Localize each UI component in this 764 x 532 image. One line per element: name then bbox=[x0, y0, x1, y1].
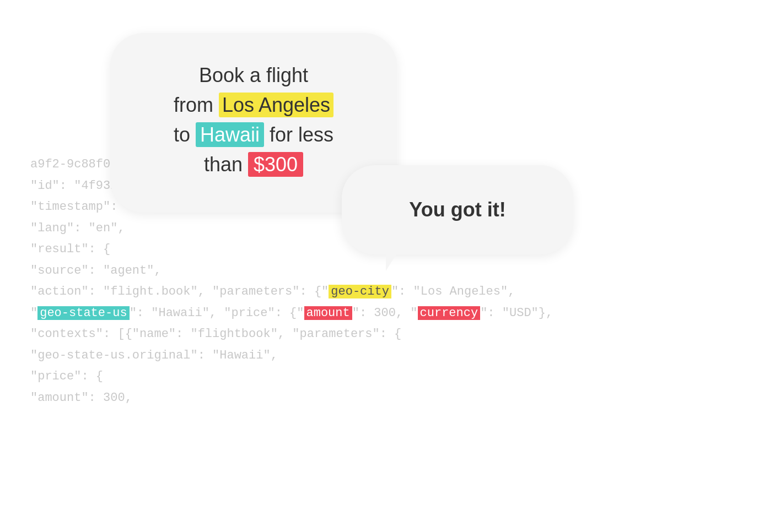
for-less-text: for less bbox=[264, 123, 333, 146]
code-line-8: "geo-state-us": "Hawaii", "price": {"amo… bbox=[30, 303, 764, 324]
code-line-10: "geo-state-us.original": "Hawaii", bbox=[30, 345, 764, 367]
agent-speech-bubble: You got it! bbox=[342, 165, 573, 254]
code-line-12: "amount": 300, bbox=[30, 388, 764, 409]
hawaii-highlight: Hawaii bbox=[196, 122, 264, 147]
code-line-7: "action": "flight.book", "parameters": {… bbox=[30, 281, 764, 303]
to-text: to bbox=[174, 123, 196, 146]
currency-highlight: currency bbox=[418, 306, 481, 320]
than-text: than bbox=[204, 153, 248, 176]
code-line-11: "price": { bbox=[30, 366, 764, 388]
geo-state-highlight: geo-state-us bbox=[37, 306, 129, 320]
amount-highlight: amount bbox=[304, 306, 352, 320]
from-text: from bbox=[174, 94, 219, 116]
los-angeles-highlight: Los Angeles bbox=[219, 93, 333, 117]
bubble-user-content: Book a flight from Los Angeles to Hawaii… bbox=[143, 61, 364, 180]
agent-response-text: You got it! bbox=[375, 198, 540, 221]
code-line-9: "contexts": [{"name": "flightbook", "par… bbox=[30, 324, 764, 345]
price-highlight: $300 bbox=[248, 152, 303, 177]
code-line-6: "source": "agent", bbox=[30, 260, 764, 282]
book-flight-text: Book a flight bbox=[199, 64, 308, 86]
geo-city-highlight: geo-city bbox=[329, 285, 391, 298]
